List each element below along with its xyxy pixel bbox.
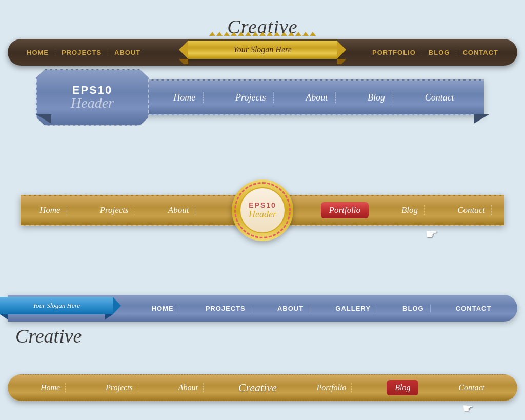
nav1-contact[interactable]: CONTACT bbox=[456, 49, 504, 56]
blue-ribbon-fold-left-bottom bbox=[0, 314, 8, 319]
nav2-header-text: Header bbox=[71, 95, 114, 111]
nav4-projects[interactable]: PROJECTS bbox=[199, 305, 252, 312]
nav1-projects[interactable]: PROJECTS bbox=[55, 49, 108, 56]
nav2: EPS10 Header Home Projects About Blog Co… bbox=[41, 79, 484, 115]
nav1-home[interactable]: HOME bbox=[21, 49, 55, 56]
nav4-blue-ribbon: Your Slogan Here bbox=[0, 297, 113, 319]
medallion-outer: EPS10 Header bbox=[232, 179, 293, 241]
nav4-contact[interactable]: CONTACT bbox=[450, 305, 498, 312]
nav4-home[interactable]: HOME bbox=[146, 305, 180, 312]
nav3-bar: Home Projects About Portfolio Blog Conta… bbox=[21, 195, 504, 226]
nav5-contact[interactable]: Contact bbox=[453, 383, 490, 392]
blue-ribbon-text: Your Slogan Here bbox=[33, 302, 80, 310]
nav2-home[interactable]: Home bbox=[166, 92, 204, 103]
medallion-zigzag bbox=[234, 182, 291, 238]
nav2-contact[interactable]: Contact bbox=[417, 92, 462, 103]
nav2-blog[interactable]: Blog bbox=[360, 92, 393, 103]
nav5-about[interactable]: About bbox=[173, 383, 204, 392]
ribbon-gold-body: Your Slogan Here bbox=[188, 41, 337, 59]
ribbon-tail-right bbox=[337, 59, 346, 64]
nav3-about[interactable]: About bbox=[162, 205, 196, 215]
nav1-ribbon: Your Slogan Here bbox=[188, 32, 337, 59]
ribbon-tail-left bbox=[179, 59, 188, 64]
nav4-items: HOME PROJECTS ABOUT GALLERY BLOG CONTACT bbox=[136, 305, 507, 312]
nav5-home[interactable]: Home bbox=[35, 383, 66, 392]
nav2-logo: EPS10 Header bbox=[36, 69, 149, 126]
nav4-gallery[interactable]: GALLERY bbox=[329, 305, 377, 312]
ribbon-gold-text: Your Slogan Here bbox=[233, 45, 292, 54]
nav3-medallion: EPS10 Header bbox=[232, 179, 293, 241]
nav4-creative-text: Creative bbox=[15, 325, 82, 347]
nav3-portfolio[interactable]: Portfolio bbox=[321, 202, 369, 218]
nav1-blog[interactable]: BLOG bbox=[422, 49, 457, 56]
nav5-projects[interactable]: Projects bbox=[100, 383, 138, 392]
nav3-blog[interactable]: Blog bbox=[395, 205, 425, 215]
nav5-portfolio[interactable]: Portfolio bbox=[312, 383, 352, 392]
nav5-blog[interactable]: Blog bbox=[387, 380, 418, 395]
nav5: Home Projects About Creative Portfolio B… bbox=[8, 374, 517, 401]
nav5-bar: Home Projects About Creative Portfolio B… bbox=[8, 374, 517, 401]
nav3-projects[interactable]: Projects bbox=[94, 205, 135, 215]
nav4-about[interactable]: ABOUT bbox=[271, 305, 310, 312]
nav3-home[interactable]: Home bbox=[33, 205, 67, 215]
nav1-about[interactable]: ABOUT bbox=[108, 49, 147, 56]
nav2-projects[interactable]: Projects bbox=[228, 92, 274, 103]
nav2-items: Home Projects About Blog Contact bbox=[154, 92, 474, 103]
nav4: Your Slogan Here HOME PROJECTS ABOUT GAL… bbox=[8, 295, 517, 322]
nav1: Creative Your Slogan Here HOME PROJECTS … bbox=[8, 15, 517, 66]
nav2-fold-right bbox=[474, 114, 489, 124]
nav2-about[interactable]: About bbox=[298, 92, 336, 103]
nav3-contact[interactable]: Contact bbox=[451, 205, 492, 215]
cursor-icon: ☛ bbox=[425, 226, 438, 243]
blue-ribbon-body: Your Slogan Here bbox=[0, 297, 113, 314]
nav5-creative: Creative bbox=[238, 381, 277, 394]
nav1-portfolio[interactable]: PORTFOLIO bbox=[366, 49, 422, 56]
nav2-bar: EPS10 Header Home Projects About Blog Co… bbox=[41, 79, 484, 115]
nav3: Home Projects About Portfolio Blog Conta… bbox=[21, 195, 504, 226]
nav4-blog[interactable]: BLOG bbox=[396, 305, 431, 312]
cursor-icon2: ☛ bbox=[462, 401, 474, 415]
